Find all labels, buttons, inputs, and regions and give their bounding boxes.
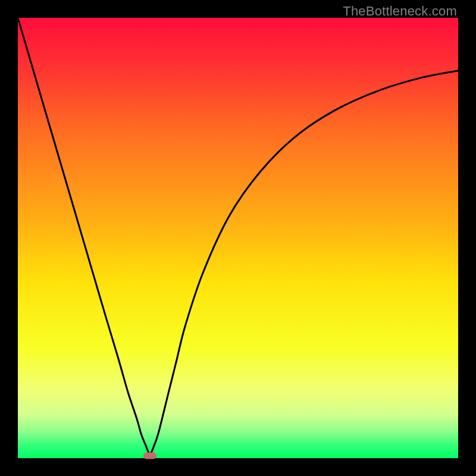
chart-frame: TheBottleneck.com	[0, 0, 476, 476]
bottleneck-curve	[18, 18, 458, 458]
plot-area	[18, 18, 458, 458]
watermark-text: TheBottleneck.com	[343, 4, 457, 19]
optimal-point-marker	[143, 453, 156, 459]
